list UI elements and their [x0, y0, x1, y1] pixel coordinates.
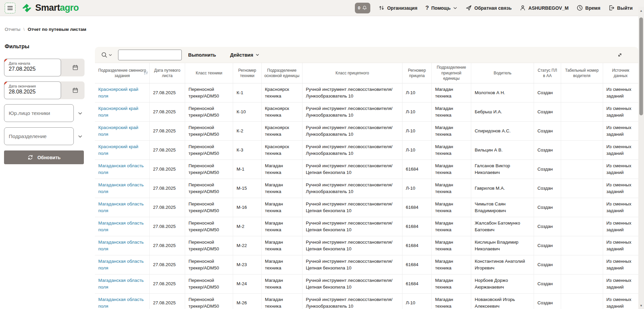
table-cell: Переносной трекер/​ADM50 — [185, 217, 233, 236]
legal-entity-select[interactable]: Юр.лицо техники — [4, 104, 74, 122]
table-cell: М-1 — [233, 160, 261, 179]
division-link[interactable]: Магаданская область поля — [98, 278, 144, 289]
column-header[interactable]: Подразделение основной единицы — [261, 63, 302, 83]
column-header-label: Источник данных — [612, 68, 629, 78]
table-cell: 61684 — [402, 198, 431, 217]
table-cell: Ручной инструмент лесовосстановителя/​Це… — [302, 217, 402, 236]
table-cell: Магаданская область поля — [95, 217, 150, 236]
time-button[interactable]: Время — [577, 5, 600, 11]
hamburger-menu-button[interactable] — [5, 3, 15, 13]
actions-menu-button[interactable]: Действия — [230, 52, 260, 58]
help-button[interactable]: ? Помощь — [425, 5, 458, 11]
table-cell: 27.08.2025 — [150, 274, 185, 293]
sort-ascending-icon[interactable] — [143, 70, 148, 75]
column-header[interactable]: Подразделение прицепной единицы — [432, 63, 471, 83]
table-cell: Из сменных заданий — [603, 236, 638, 255]
chevron-down-icon[interactable] — [77, 134, 83, 139]
table-cell: Создан — [534, 255, 561, 274]
chevron-down-icon[interactable] — [77, 111, 83, 116]
division-link[interactable]: Магаданская область поля — [98, 182, 144, 194]
column-header[interactable]: Статус ПЛ в АА — [534, 63, 561, 83]
table-row: Магаданская область поля27.08.2025Перено… — [95, 236, 638, 255]
table-row: Магаданская область поля27.08.2025Перено… — [95, 274, 638, 293]
division-link[interactable]: Магаданская область поля — [98, 240, 144, 251]
column-header[interactable]: Источник данных — [603, 63, 638, 83]
date-start-label: Дата начала — [9, 61, 61, 65]
table-cell: Ручной инструмент лесовосстановителя/​Лу… — [302, 140, 402, 160]
search-input[interactable] — [118, 50, 182, 60]
table-cell: 61684 — [402, 274, 431, 293]
refresh-button[interactable]: Обновить — [4, 150, 84, 164]
table-cell: Магадан техника — [261, 160, 302, 179]
table-cell: Из сменных заданий — [603, 255, 638, 274]
user-button[interactable]: ASHURBEGOV_M — [520, 5, 569, 11]
table-cell: Создан — [534, 179, 561, 198]
legal-entity-select-row: Юр.лицо техники — [4, 104, 85, 122]
vertical-scrollbar[interactable]: ▲ ▼ — [638, 7, 644, 309]
division-link[interactable]: Красноярский край поля — [98, 125, 138, 136]
table-cell: Бебрыш И.А. — [471, 102, 534, 121]
table-cell: Норбоев Доржо Аюржанаевич — [471, 274, 534, 293]
division-select[interactable]: Подразделение — [4, 127, 74, 145]
logout-button[interactable]: Выйти — [608, 5, 633, 11]
breadcrumb: Отчеты \ Отчет по путевым листам — [5, 27, 86, 32]
column-header[interactable]: Регномер техники — [233, 63, 261, 83]
column-header[interactable]: Подразделение сменного задания — [95, 63, 150, 83]
division-link[interactable]: Магаданская область поля — [98, 201, 144, 213]
table-cell: 61684 — [402, 160, 431, 179]
table-cell: Ручной инструмент лесовосстановителя/​Це… — [302, 198, 402, 217]
date-start-calendar-button[interactable] — [66, 59, 85, 76]
date-start-input[interactable] — [9, 66, 56, 72]
help-icon: ? — [425, 5, 429, 11]
table-cell: Магадан техника — [432, 293, 471, 309]
division-link[interactable]: Магаданская область поля — [98, 297, 144, 308]
table-cell: К-1 — [233, 83, 261, 102]
date-start-field-row: Дата начала — [4, 59, 85, 76]
table-cell: Из сменных заданий — [603, 198, 638, 217]
division-link[interactable]: Магаданская область поля — [98, 163, 144, 175]
table-cell — [561, 293, 603, 309]
column-header[interactable]: Класс техники — [185, 63, 233, 83]
table-cell: М-2 — [233, 217, 261, 236]
organization-button[interactable]: Организация — [378, 5, 417, 11]
date-end-field[interactable]: Дата окончания — [4, 81, 61, 99]
execute-button[interactable]: Выполнить — [188, 52, 216, 58]
date-end-calendar-button[interactable] — [66, 81, 85, 99]
scrollbar-thumb[interactable] — [639, 17, 643, 115]
scrollbar-down-arrow-icon[interactable]: ▼ — [638, 304, 644, 307]
date-end-input[interactable] — [9, 89, 56, 95]
column-header[interactable]: Водитель — [471, 63, 534, 83]
date-start-field[interactable]: Дата начала — [4, 59, 61, 76]
column-header[interactable]: Регномер прицепа — [402, 63, 431, 83]
notifications-button[interactable]: 0 — [355, 3, 370, 13]
search-column-selector[interactable] — [101, 52, 112, 58]
table-cell: Л-10 — [402, 121, 431, 140]
scrollbar-up-arrow-icon[interactable]: ▲ — [638, 9, 644, 12]
report-table: Подразделение сменного заданияДата путев… — [95, 63, 638, 309]
table-cell: Магадан техника — [432, 236, 471, 255]
column-header[interactable]: Табельный номер водителя — [561, 63, 603, 83]
table-cell — [561, 236, 603, 255]
table-cell: Красноярск техника — [261, 140, 302, 160]
breadcrumb-section[interactable]: Отчеты — [5, 27, 20, 32]
division-link[interactable]: Магаданская область поля — [98, 259, 144, 270]
division-link[interactable]: Красноярский край поля — [98, 87, 138, 98]
table-cell: Магадан техника — [432, 217, 471, 236]
app-logo[interactable]: Smartagro — [21, 2, 79, 14]
column-header[interactable]: Дата путевого листа — [150, 63, 185, 83]
table-cell: Магаданская область поля — [95, 179, 150, 198]
table-cell: М-16 — [233, 198, 261, 217]
table-cell: Кислицын Владимир Николаевич — [471, 236, 534, 255]
table-cell — [561, 140, 603, 160]
column-header[interactable]: Класс прицепного — [302, 63, 402, 83]
division-link[interactable]: Красноярский край поля — [98, 144, 138, 156]
division-link[interactable]: Красноярский край поля — [98, 106, 138, 117]
table-cell: Молотков А Н. — [471, 83, 534, 102]
topbar: Smartagro 0 Организация ? Помощь — [0, 0, 644, 16]
legal-entity-placeholder: Юр.лицо техники — [9, 110, 50, 116]
fullscreen-button[interactable] — [617, 52, 623, 58]
feedback-button[interactable]: Обратная связь — [466, 5, 512, 11]
division-link[interactable]: Магаданская область поля — [98, 221, 144, 232]
table-cell: Красноярский край поля — [95, 102, 150, 121]
table-cell: Из сменных заданий — [603, 217, 638, 236]
